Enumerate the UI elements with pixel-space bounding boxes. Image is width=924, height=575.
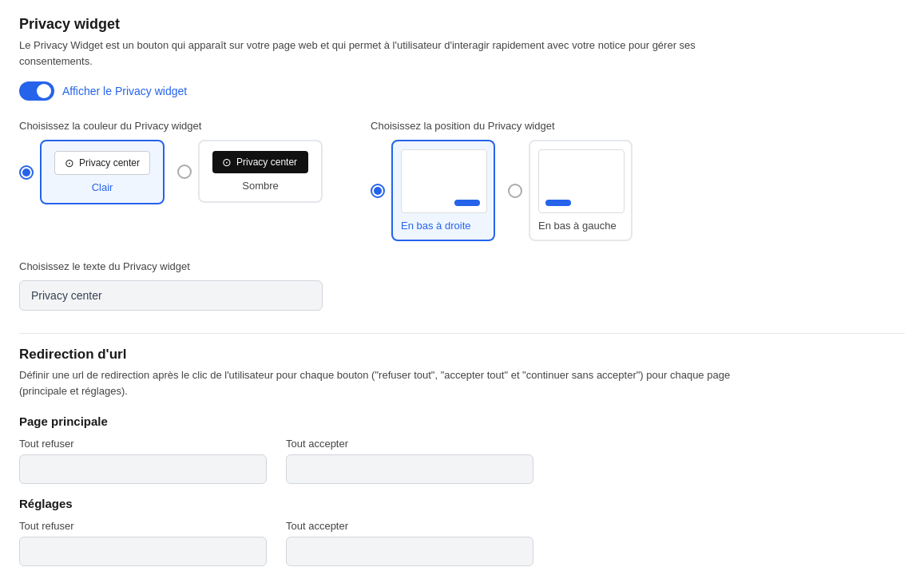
- widget-text-dark: Privacy center: [236, 157, 297, 168]
- reglages-tout-refuser-input[interactable]: [19, 537, 267, 566]
- position-preview-bas-gauche: [538, 149, 625, 213]
- color-option-clair[interactable]: ⊙ Privacy center Clair: [19, 140, 165, 204]
- page-principale-section: Page principale Tout refuser Tout accept…: [19, 414, 905, 484]
- options-main-layout: Choisissez la couleur du Privacy widget …: [19, 120, 905, 241]
- reglages-tout-refuser-field: Tout refuser: [19, 520, 267, 566]
- color-group: Choisissez la couleur du Privacy widget …: [19, 120, 323, 204]
- widget-preview-light: ⊙ Privacy center: [54, 151, 150, 175]
- reglages-section: Réglages Tout refuser Tout accepter: [19, 497, 905, 566]
- radio-sombre[interactable]: [177, 165, 192, 179]
- color-choose-label: Choisissez la couleur du Privacy widget: [19, 120, 323, 132]
- radio-bas-gauche[interactable]: [508, 184, 522, 198]
- color-option-sombre[interactable]: ⊙ Privacy center Sombre: [177, 140, 323, 203]
- reglages-tout-accepter-label: Tout accepter: [286, 520, 533, 532]
- color-card-sombre[interactable]: ⊙ Privacy center Sombre: [198, 140, 323, 203]
- position-card-bas-droite[interactable]: En bas à droite: [391, 140, 495, 241]
- toggle-row: Afficher le Privacy widget: [19, 81, 905, 101]
- position-option-bas-droite[interactable]: En bas à droite: [371, 140, 495, 241]
- section-title: Privacy widget: [19, 16, 905, 33]
- widget-icon-dark: ⊙: [222, 156, 232, 169]
- tout-accepter-input[interactable]: [286, 454, 533, 484]
- bas-droite-label: En bas à droite: [401, 220, 470, 232]
- radio-clair[interactable]: [19, 165, 34, 180]
- position-group: Choisissez la position du Privacy widget…: [371, 120, 633, 241]
- bas-gauche-label: En bas à gauche: [538, 220, 617, 232]
- tout-accepter-field: Tout accepter: [286, 438, 533, 484]
- widget-text-section: Choisissez le texte du Privacy widget: [19, 260, 905, 311]
- afficher-widget-toggle[interactable]: [19, 81, 54, 101]
- toggle-label[interactable]: Afficher le Privacy widget: [62, 85, 187, 97]
- tout-refuser-field: Tout refuser: [19, 438, 267, 484]
- page-principale-url-row: Tout refuser Tout accepter: [19, 438, 905, 484]
- redirect-desc: Définir une url de redirection après le …: [19, 367, 738, 399]
- tout-refuser-label: Tout refuser: [19, 438, 267, 450]
- section-divider: [19, 333, 905, 334]
- widget-preview-dark: ⊙ Privacy center: [212, 151, 308, 173]
- position-card-bas-gauche[interactable]: En bas à gauche: [529, 140, 633, 241]
- sombre-label: Sombre: [242, 180, 279, 192]
- reglages-tout-refuser-label: Tout refuser: [19, 520, 267, 532]
- position-cards: En bas à droite En bas à gauche: [371, 140, 633, 241]
- privacy-widget-section: Privacy widget Le Privacy Widget est un …: [19, 16, 905, 311]
- position-option-bas-gauche[interactable]: En bas à gauche: [508, 140, 633, 241]
- reglages-url-row: Tout refuser Tout accepter: [19, 520, 905, 566]
- reglages-title: Réglages: [19, 497, 905, 510]
- tout-refuser-input[interactable]: [19, 454, 267, 484]
- widget-icon-light: ⊙: [65, 157, 74, 169]
- color-cards: ⊙ Privacy center Clair ⊙ Privacy center: [19, 140, 323, 204]
- position-preview-bas-droite: [401, 149, 487, 213]
- section-description: Le Privacy Widget est un bouton qui appa…: [19, 38, 738, 69]
- position-choose-label: Choisissez la position du Privacy widget: [371, 120, 633, 132]
- toggle-thumb: [37, 84, 51, 98]
- redirect-section: Redirection d'url Définir une url de red…: [19, 347, 905, 566]
- color-card-clair[interactable]: ⊙ Privacy center Clair: [40, 140, 165, 204]
- indicator-bottom-right: [454, 200, 480, 206]
- page-principale-title: Page principale: [19, 414, 905, 428]
- redirect-title: Redirection d'url: [19, 347, 905, 363]
- tout-accepter-label: Tout accepter: [286, 438, 533, 450]
- reglages-tout-accepter-field: Tout accepter: [286, 520, 533, 566]
- widget-text-input[interactable]: [19, 280, 323, 311]
- indicator-bottom-left: [545, 200, 571, 206]
- widget-text-choose-label: Choisissez le texte du Privacy widget: [19, 260, 905, 272]
- reglages-tout-accepter-input[interactable]: [286, 537, 533, 566]
- radio-bas-droite[interactable]: [371, 184, 385, 198]
- widget-text-light: Privacy center: [79, 157, 140, 169]
- clair-label: Clair: [92, 181, 113, 193]
